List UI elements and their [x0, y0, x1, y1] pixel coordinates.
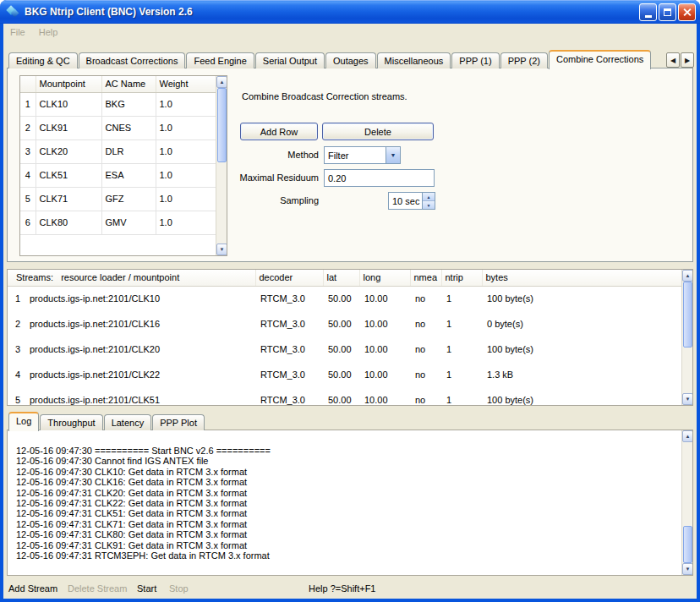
cell-mountpoint[interactable]: CLK20: [36, 140, 101, 163]
close-button[interactable]: [678, 3, 696, 21]
cell-nmea[interactable]: no: [410, 286, 441, 311]
cell-mountpoint[interactable]: products.igs-ip.net:2101/CLK10: [28, 286, 255, 311]
cell-lat[interactable]: 50.00: [323, 286, 359, 311]
col-header-mountpoint[interactable]: Mountpoint: [36, 76, 101, 92]
cell-long[interactable]: 10.00: [359, 311, 410, 337]
cell-nmea[interactable]: no: [410, 387, 441, 406]
spin-up-icon[interactable]: ▲: [423, 193, 435, 200]
add-row-button[interactable]: Add Row: [240, 123, 318, 140]
col-header-bytes[interactable]: bytes: [482, 270, 681, 286]
combine-table-row[interactable]: 4 CLK51 ESA 1.0: [20, 163, 216, 187]
tab-editing-qc[interactable]: Editing & QC: [8, 52, 78, 68]
menu-file[interactable]: File: [3, 27, 32, 37]
cell-bytes[interactable]: 100 byte(s): [482, 337, 681, 362]
col-header-nmea[interactable]: nmea: [410, 270, 441, 286]
scroll-up-icon[interactable]: ▲: [216, 76, 227, 88]
col-header-long[interactable]: long: [359, 270, 410, 286]
cell-ntrip[interactable]: 1: [441, 311, 482, 337]
tab-combine-corrections[interactable]: Combine Corrections: [549, 50, 651, 69]
combine-table-row[interactable]: 3 CLK20 DLR 1.0: [20, 140, 216, 163]
cell-mountpoint[interactable]: CLK10: [36, 92, 101, 116]
tab-serial-output[interactable]: Serial Output: [255, 52, 325, 68]
delete-button[interactable]: Delete: [322, 123, 434, 140]
streams-scrollbar[interactable]: ▲ ▼: [681, 270, 692, 405]
menu-help[interactable]: Help: [32, 27, 65, 37]
combine-table-row[interactable]: 6 CLK80 GMV 1.0: [20, 211, 216, 234]
scroll-down-icon[interactable]: ▼: [682, 563, 693, 575]
cell-mountpoint[interactable]: products.igs-ip.net:2101/CLK51: [28, 387, 255, 406]
combine-table-row[interactable]: 5 CLK71 GFZ 1.0: [20, 187, 216, 211]
col-header-lat[interactable]: lat: [323, 270, 359, 286]
cell-mountpoint[interactable]: CLK80: [36, 211, 101, 234]
tab-latency[interactable]: Latency: [104, 414, 152, 430]
cell-lat[interactable]: 50.00: [323, 311, 359, 337]
cell-weight[interactable]: 1.0: [156, 140, 216, 163]
stop-action[interactable]: Stop: [169, 583, 189, 594]
delete-stream-action[interactable]: Delete Stream: [68, 583, 127, 594]
cell-ac-name[interactable]: GFZ: [101, 187, 156, 211]
cell-decoder[interactable]: RTCM_3.0: [255, 387, 323, 406]
cell-ntrip[interactable]: 1: [441, 337, 482, 362]
cell-bytes[interactable]: 100 byte(s): [482, 286, 681, 311]
col-header-decoder[interactable]: decoder: [255, 270, 323, 286]
cell-mountpoint[interactable]: products.igs-ip.net:2101/CLK16: [28, 311, 255, 337]
tab-broadcast-corrections[interactable]: Broadcast Corrections: [79, 52, 186, 68]
tab-miscellaneous[interactable]: Miscellaneous: [377, 52, 451, 68]
cell-decoder[interactable]: RTCM_3.0: [255, 362, 323, 387]
maximize-button[interactable]: [659, 3, 676, 21]
combine-table-scrollbar[interactable]: ▲ ▼: [216, 76, 227, 255]
tab-throughput[interactable]: Throughput: [40, 414, 102, 430]
combine-table-row[interactable]: 1 CLK10 BKG 1.0: [20, 92, 216, 116]
cell-weight[interactable]: 1.0: [156, 187, 216, 211]
scroll-down-icon[interactable]: ▼: [216, 244, 227, 255]
sampling-spinner[interactable]: 10 sec ▲ ▼: [388, 192, 435, 210]
scroll-down-icon[interactable]: ▼: [682, 393, 693, 405]
cell-ac-name[interactable]: GMV: [101, 211, 156, 234]
add-stream-action[interactable]: Add Stream: [8, 583, 57, 594]
cell-ac-name[interactable]: DLR: [101, 140, 156, 163]
scrollbar-thumb[interactable]: [217, 88, 227, 162]
tab-outages[interactable]: Outages: [325, 52, 376, 68]
cell-ac-name[interactable]: ESA: [101, 163, 156, 187]
chevron-down-icon[interactable]: ▼: [386, 147, 400, 163]
col-header-ac-name[interactable]: AC Name: [101, 76, 156, 92]
combine-table-row[interactable]: 2 CLK91 CNES 1.0: [20, 116, 216, 140]
stream-row[interactable]: 1 products.igs-ip.net:2101/CLK10 RTCM_3.…: [8, 286, 681, 311]
cell-mountpoint[interactable]: CLK71: [36, 187, 101, 211]
col-header-weight[interactable]: Weight: [156, 76, 216, 92]
tab-ppp-2[interactable]: PPP (2): [500, 52, 548, 68]
cell-ntrip[interactable]: 1: [441, 286, 482, 311]
start-action[interactable]: Start: [137, 583, 156, 594]
tab-ppp-plot[interactable]: PPP Plot: [152, 414, 205, 430]
cell-weight[interactable]: 1.0: [156, 116, 216, 140]
cell-ac-name[interactable]: BKG: [101, 92, 156, 116]
col-header-streams[interactable]: Streams: resource loader / mountpoint: [8, 270, 255, 286]
log-scrollbar[interactable]: ▲ ▼: [681, 430, 692, 575]
maximal-residuum-input[interactable]: 0.20: [324, 169, 435, 187]
stream-row[interactable]: 5 products.igs-ip.net:2101/CLK51 RTCM_3.…: [8, 387, 681, 406]
scrollbar-thumb[interactable]: [683, 282, 692, 348]
spin-down-icon[interactable]: ▼: [423, 200, 435, 209]
cell-mountpoint[interactable]: CLK91: [36, 116, 101, 140]
cell-decoder[interactable]: RTCM_3.0: [255, 337, 323, 362]
scroll-up-icon[interactable]: ▲: [682, 430, 693, 442]
cell-long[interactable]: 10.00: [359, 337, 410, 362]
cell-long[interactable]: 10.00: [359, 286, 410, 311]
tab-ppp-1[interactable]: PPP (1): [451, 52, 499, 68]
cell-ac-name[interactable]: CNES: [101, 116, 156, 140]
cell-bytes[interactable]: 1.3 kB: [482, 362, 681, 387]
col-header-ntrip[interactable]: ntrip: [441, 270, 482, 286]
stream-row[interactable]: 3 products.igs-ip.net:2101/CLK20 RTCM_3.…: [8, 337, 681, 362]
cell-bytes[interactable]: 0 byte(s): [482, 311, 681, 337]
stream-row[interactable]: 4 products.igs-ip.net:2101/CLK22 RTCM_3.…: [8, 362, 681, 387]
cell-lat[interactable]: 50.00: [323, 337, 359, 362]
cell-weight[interactable]: 1.0: [156, 92, 216, 116]
cell-nmea[interactable]: no: [410, 337, 441, 362]
cell-long[interactable]: 10.00: [359, 387, 410, 406]
scrollbar-thumb[interactable]: [683, 526, 692, 563]
cell-weight[interactable]: 1.0: [156, 211, 216, 234]
cell-nmea[interactable]: no: [410, 311, 441, 337]
scroll-up-icon[interactable]: ▲: [682, 270, 693, 282]
cell-lat[interactable]: 50.00: [323, 362, 359, 387]
tab-log[interactable]: Log: [8, 412, 39, 431]
